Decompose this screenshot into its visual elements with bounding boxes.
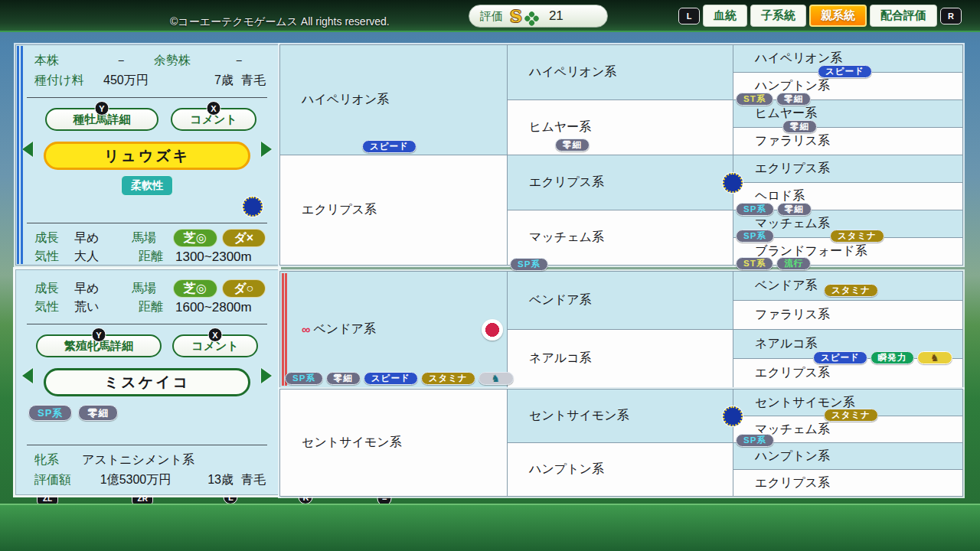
track-label: 馬場 <box>132 230 168 246</box>
lineage-cell[interactable]: ネアルコ系 スピード 瞬発力 ♞ <box>733 330 962 358</box>
mare-detail-button[interactable]: Y 繁殖牝馬詳細 <box>36 334 162 357</box>
lineage-cell[interactable]: ヒムヤー系 零細 <box>508 100 733 155</box>
sp-line-badge: SP系 <box>736 230 774 243</box>
lineage-cell[interactable]: ハイペリオン系 スピード <box>733 45 962 72</box>
lineage-cell-selected[interactable]: ベンドア系 SP系 零細 スピード スタミナ ♞ <box>280 272 507 387</box>
lineage-cell[interactable]: エクリプス系 <box>733 155 962 182</box>
rare-badge: 零細 <box>78 405 118 421</box>
mare-stats-row1: 成長 早め 馬場 芝◎ ダ○ <box>34 279 266 298</box>
temper-label: 気性 <box>34 249 74 265</box>
horse-icon-badge: ♞ <box>917 351 952 364</box>
lineage-cell[interactable]: ベンドア系 スタミナ <box>733 272 962 300</box>
stallion-name: リュウズキ <box>104 146 190 166</box>
fee-label: 種付け料 <box>34 73 103 89</box>
lineage-cell[interactable]: ベンドア系 <box>508 272 733 329</box>
stallion-detail-button[interactable]: Y 種牡馬詳細 <box>45 108 158 131</box>
trait-badge: 柔軟性 <box>121 175 173 196</box>
burst-badge: 瞬発力 <box>871 351 915 364</box>
prev-arrow[interactable] <box>22 142 33 157</box>
lineage-cell[interactable]: ファラリス系 <box>733 301 962 329</box>
lineage-name: ヒムヤー系 <box>529 119 591 135</box>
lineage-name: ハンプトン系 <box>755 448 830 465</box>
stallion-comment-button[interactable]: X コメント <box>171 108 256 131</box>
lineage-name: エクリプス系 <box>755 365 830 381</box>
mare-age: 13歳 <box>207 472 234 488</box>
stamina-badge: スタミナ <box>824 409 878 422</box>
growth-value: 早め <box>74 281 132 297</box>
selection-stripe-red <box>282 273 287 386</box>
divider <box>27 324 267 324</box>
lineage-cell[interactable]: ハイペリオン系 スピード <box>280 45 507 155</box>
distance-label: 距離 <box>139 299 175 315</box>
lineage-cell[interactable]: エクリプス系 <box>733 470 962 496</box>
turf-badge: 芝◎ <box>173 279 217 298</box>
mare-stats-row2: 気性 荒い 距離 1600~2800m <box>34 299 266 315</box>
next-arrow[interactable] <box>261 368 272 383</box>
lineage-cell[interactable]: ハンプトン系 <box>508 443 733 496</box>
lineage-cell[interactable]: セントサイモン系 <box>508 390 733 442</box>
lineage-name: ハイペリオン系 <box>302 92 389 108</box>
mare-comment-button[interactable]: X コメント <box>172 334 258 357</box>
st-line-badge: ST系 <box>736 257 773 270</box>
shoulder-r-button[interactable]: R <box>940 8 962 24</box>
temper-value: 荒い <box>74 299 139 315</box>
y-key-icon: Y <box>95 101 109 116</box>
lineage-cell[interactable]: エクリプス系 <box>280 155 507 265</box>
mare-panel: 成長 早め 馬場 芝◎ ダ○ 気性 荒い 距離 1600~2800m Y 繁殖牝… <box>15 269 279 495</box>
shoulder-l-button[interactable]: L <box>678 8 700 24</box>
eu-flag-icon <box>723 173 743 193</box>
mare-name-row: ミスケイコ <box>16 368 278 396</box>
lineage-cell[interactable]: マッチェム系 SP系 <box>508 210 733 265</box>
lineage-name: ハンプトン系 <box>755 78 830 94</box>
lineage-name: ハイペリオン系 <box>529 64 616 80</box>
lineage-cell[interactable]: ハンプトン系 <box>733 443 962 469</box>
stock-value: － <box>88 53 154 69</box>
lineage-name: エクリプス系 <box>755 161 830 177</box>
next-arrow[interactable] <box>261 142 272 157</box>
stock-row: 本株 － 余勢株 － <box>34 53 266 69</box>
rating-label: 評価 <box>480 9 503 24</box>
mare-value-row: 評価額 1億5300万円 13歳 青毛 <box>34 472 266 488</box>
x-key-icon: X <box>208 328 223 342</box>
stallion-name-pill[interactable]: リュウズキ <box>44 142 250 170</box>
mare-name: ミスケイコ <box>104 373 190 393</box>
stamina-badge: スタミナ <box>421 372 475 385</box>
tab-bloodline[interactable]: 血統 <box>703 5 747 27</box>
tab-child-lineage[interactable]: 子系統 <box>750 5 806 27</box>
value-amount: 1億5300万円 <box>85 472 186 488</box>
divider <box>27 223 267 223</box>
fee-row: 種付け料 450万円 7歳 青毛 <box>34 73 266 89</box>
eu-flag-icon <box>243 197 263 217</box>
lineage-cell[interactable]: セントサイモン系 スタミナ <box>733 390 962 416</box>
value-label: 評価額 <box>34 472 85 488</box>
rare-badge: 零細 <box>326 372 361 385</box>
track-label: 馬場 <box>132 281 168 297</box>
tab-pairing-eval[interactable]: 配合評価 <box>870 5 937 27</box>
stallion-panel: 本株 － 余勢株 － 種付け料 450万円 7歳 青毛 Y 種牡馬詳細 X コメ… <box>15 44 279 266</box>
rare-badge: 零細 <box>782 120 817 133</box>
tree-group-stallion: ハイペリオン系 スピード エクリプス系 ハイペリオン系 ヒムヤー系 零細 エクリ… <box>279 44 963 266</box>
lineage-cell[interactable]: セントサイモン系 <box>280 390 507 496</box>
lineage-name: ネアルコ系 <box>529 350 592 367</box>
tab-parent-lineage[interactable]: 親系統 <box>809 5 867 27</box>
rating-grade: S <box>510 8 522 24</box>
lineage-cell[interactable]: ファラリス系 <box>733 128 962 155</box>
speed-badge: スピード <box>818 65 872 78</box>
speed-badge: スピード <box>813 351 867 364</box>
speed-badge: スピード <box>362 140 416 153</box>
lineage-cell[interactable]: ハイペリオン系 <box>508 45 733 99</box>
growth-label: 成長 <box>34 281 74 297</box>
stallion-stats-row2: 気性 大人 距離 1300~2300m <box>34 249 266 265</box>
mare-name-pill[interactable]: ミスケイコ <box>44 368 250 396</box>
lineage-cell[interactable]: エクリプス系 <box>508 155 733 210</box>
turf-badge: 芝◎ <box>173 229 217 247</box>
female-line-label: 牝系 <box>34 452 82 468</box>
tree-group-mare-dam: セントサイモン系 セントサイモン系 ハンプトン系 セントサイモン系 スタミナ マ… <box>279 389 963 497</box>
lineage-cell[interactable]: ヘロド系 SP系 零細 <box>733 183 962 210</box>
stallion-age: 7歳 <box>214 73 234 89</box>
lineage-cell[interactable]: ネアルコ系 <box>508 330 733 387</box>
sp-line-badge: SP系 <box>285 372 323 385</box>
prev-arrow[interactable] <box>22 368 33 383</box>
stock-label: 本株 <box>34 53 88 69</box>
rating-pill: 評価 S 21 <box>469 5 608 28</box>
